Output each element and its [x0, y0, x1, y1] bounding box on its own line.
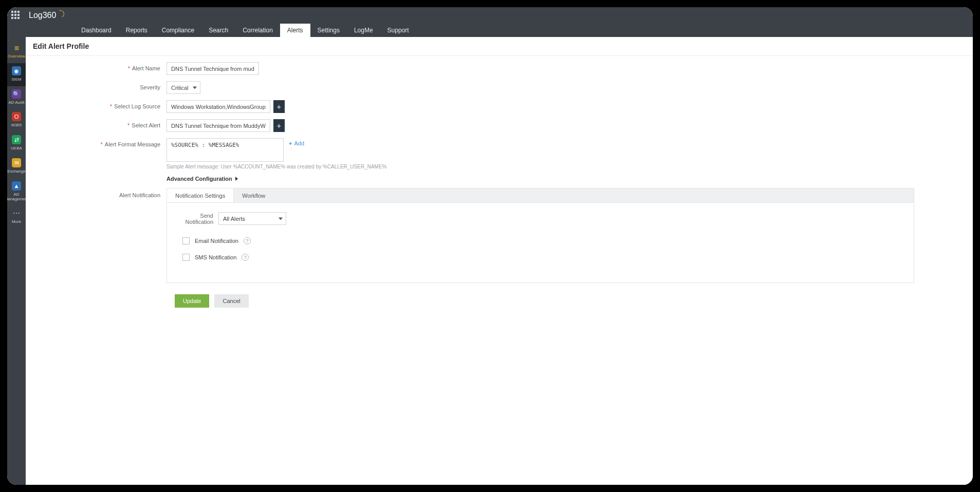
top-tab-logme[interactable]: LogMe — [347, 24, 380, 37]
sidebar-item-label: SIEM — [11, 78, 22, 82]
email-help-icon[interactable]: ? — [244, 237, 251, 244]
top-tab-support[interactable]: Support — [380, 24, 416, 37]
sample-alert-hint: Sample Alert message: User %ACCOUNT_NAME… — [167, 164, 386, 169]
overview-icon: ⊞ — [12, 43, 21, 52]
sidebar-item-label: M365 — [11, 123, 22, 128]
top-tab-correlation[interactable]: Correlation — [235, 24, 280, 37]
add-macro-link[interactable]: + Add — [289, 140, 304, 146]
top-tab-alerts[interactable]: Alerts — [280, 24, 310, 37]
sidebar-item-siem[interactable]: ◉SIEM — [7, 63, 26, 86]
sidebar-item-m365[interactable]: OM365 — [7, 109, 26, 132]
add-log-source-button[interactable]: + — [273, 100, 285, 113]
email-notification-label: Email Notification — [195, 238, 238, 244]
logo-arc-icon — [56, 9, 65, 18]
plus-icon: + — [289, 140, 292, 146]
sidebar-item-label: AD Audit — [8, 101, 24, 105]
sidebar-item-overview[interactable]: ⊞Overview — [7, 40, 26, 63]
m365-icon: O — [12, 112, 21, 121]
top-tab-settings[interactable]: Settings — [310, 24, 347, 37]
chevron-down-icon — [279, 217, 283, 220]
sidebar-item-label: More — [12, 220, 21, 224]
add-link-text: Add — [294, 140, 304, 146]
update-button[interactable]: Update — [175, 294, 209, 308]
label-alert-format-message: Alert Format Message — [105, 141, 160, 147]
sidebar-item-exchange[interactable]: ✉Exchange — [7, 155, 26, 178]
exchange-icon: ✉ — [12, 158, 21, 167]
top-nav: DashboardReportsComplianceSearchCorrelat… — [7, 24, 973, 37]
chevron-right-icon — [235, 177, 238, 181]
notification-subtabs: Notification SettingsWorkflow — [167, 188, 914, 203]
severity-selected-value: Critical — [171, 85, 189, 91]
label-select-alert: Select Alert — [132, 122, 160, 128]
subtab-workflow[interactable]: Workflow — [234, 188, 273, 202]
select-alert-value[interactable]: DNS Tunnel Technique from MuddyW — [167, 119, 270, 132]
send-notification-selected-value: All Alerts — [223, 216, 245, 222]
top-tab-search[interactable]: Search — [201, 24, 235, 37]
sidebar-item-ad-audit[interactable]: 🔍AD Audit — [7, 86, 26, 109]
log-source-value[interactable]: Windows Workstation,WindowsGroup — [167, 100, 270, 113]
notification-panel: Notification SettingsWorkflow Send Notif… — [167, 188, 914, 283]
product-logo: Log360 — [29, 11, 64, 20]
siem-icon: ◉ — [12, 66, 21, 75]
left-sidebar: ⊞Overview◉SIEM🔍AD AuditOM365⇄UEBA✉Exchan… — [7, 37, 26, 485]
add-alert-button[interactable]: + — [273, 119, 285, 132]
sidebar-item-more[interactable]: ⋯More — [7, 205, 26, 229]
top-tab-compliance[interactable]: Compliance — [155, 24, 201, 37]
page-title: Edit Alert Profile — [26, 37, 973, 56]
send-notification-select[interactable]: All Alerts — [218, 212, 286, 225]
subtab-notification-settings[interactable]: Notification Settings — [167, 188, 234, 202]
advanced-configuration-label: Advanced Configuration — [167, 176, 232, 182]
label-severity: Severity — [140, 84, 160, 90]
email-notification-checkbox[interactable] — [182, 237, 190, 244]
sms-notification-label: SMS Notification — [195, 254, 236, 260]
sms-notification-checkbox[interactable] — [182, 254, 190, 261]
sidebar-item-ad-management[interactable]: ▲AD Management — [7, 178, 26, 206]
top-tab-dashboard[interactable]: Dashboard — [74, 24, 119, 37]
alert-name-input[interactable] — [167, 62, 259, 75]
label-alert-notification: Alert Notification — [119, 192, 160, 198]
apps-menu-icon[interactable] — [11, 11, 21, 20]
alert-format-textarea[interactable] — [167, 138, 284, 162]
sidebar-item-label: Exchange — [7, 169, 26, 174]
severity-select[interactable]: Critical — [167, 81, 200, 94]
ad-management-icon: ▲ — [12, 181, 21, 191]
chevron-down-icon — [193, 86, 197, 89]
sidebar-item-ueba[interactable]: ⇄UEBA — [7, 132, 26, 155]
sidebar-item-label: UEBA — [11, 146, 22, 151]
sms-help-icon[interactable]: ? — [242, 254, 249, 261]
label-alert-name: Alert Name — [132, 65, 160, 71]
product-name: Log360 — [29, 11, 56, 20]
label-select-log-source: Select Log Source — [114, 103, 160, 109]
sidebar-item-label: Overview — [8, 54, 25, 59]
advanced-configuration-toggle[interactable]: Advanced Configuration — [167, 176, 238, 182]
more-icon: ⋯ — [12, 209, 21, 218]
ueba-icon: ⇄ — [12, 135, 21, 144]
ad-audit-icon: 🔍 — [12, 89, 21, 99]
label-send-notification: Send Notification — [172, 213, 213, 225]
top-tab-reports[interactable]: Reports — [119, 24, 155, 37]
cancel-button[interactable]: Cancel — [214, 294, 248, 308]
